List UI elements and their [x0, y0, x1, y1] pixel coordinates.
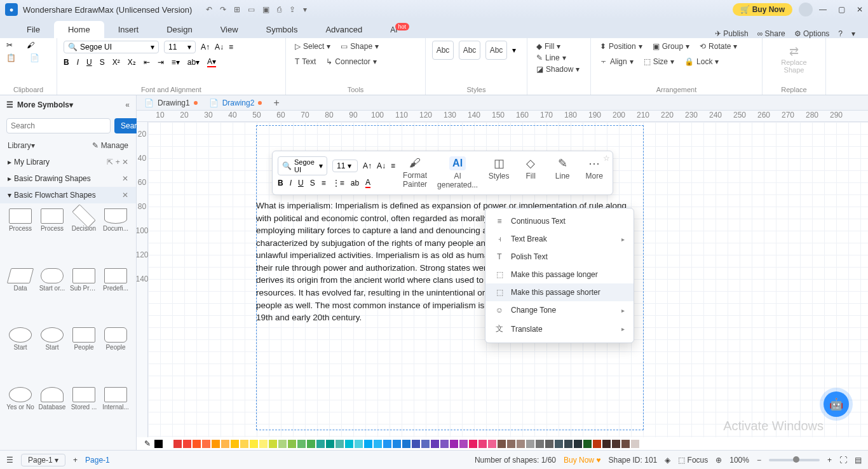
- color-swatch[interactable]: [469, 440, 477, 448]
- buy-now-button[interactable]: 🛒 Buy Now: [733, 3, 792, 16]
- float-bold-icon[interactable]: B: [278, 179, 283, 187]
- color-swatch[interactable]: [221, 440, 229, 448]
- color-swatch[interactable]: [459, 440, 468, 448]
- color-swatch[interactable]: [612, 440, 620, 448]
- shape-item[interactable]: Start: [37, 327, 67, 386]
- collapse-panel-icon[interactable]: «: [125, 100, 130, 109]
- color-swatch[interactable]: [288, 440, 296, 448]
- color-swatch[interactable]: [364, 440, 372, 448]
- color-swatch[interactable]: [440, 440, 449, 448]
- color-swatch[interactable]: [212, 440, 220, 448]
- menu-design[interactable]: Design: [153, 21, 206, 38]
- color-swatch[interactable]: [345, 440, 353, 448]
- page-tab[interactable]: Page-1: [85, 456, 110, 465]
- color-swatch[interactable]: [545, 440, 553, 448]
- line-button[interactable]: ✎ Line▾: [534, 52, 584, 64]
- shape-item[interactable]: Database: [37, 387, 67, 445]
- float-fontcolor-icon[interactable]: A: [365, 178, 370, 188]
- color-swatch[interactable]: [583, 440, 592, 448]
- color-swatch[interactable]: [154, 440, 163, 448]
- ctx-polish-text[interactable]: TPolish Text: [485, 248, 634, 266]
- color-swatch[interactable]: [231, 440, 239, 448]
- menu-advanced[interactable]: Advanced: [311, 21, 376, 38]
- doctab-drawing2[interactable]: 📄 Drawing2: [209, 99, 262, 107]
- text-button[interactable]: T Text: [292, 56, 318, 67]
- more-symbols-button[interactable]: More Symbols▾: [17, 100, 73, 109]
- superscript-icon[interactable]: X²: [112, 58, 120, 67]
- collapse-ribbon-icon[interactable]: ▾: [851, 29, 855, 38]
- avatar[interactable]: [799, 3, 813, 17]
- ctx-change-tone[interactable]: ☺Change Tone▸: [485, 301, 634, 319]
- color-swatch[interactable]: [564, 440, 573, 448]
- copy-icon[interactable]: 📋: [6, 53, 16, 62]
- font-size-select[interactable]: 11▾: [164, 41, 196, 53]
- italic-icon[interactable]: I: [77, 58, 79, 67]
- color-swatch[interactable]: [402, 440, 410, 448]
- zoom-slider[interactable]: [769, 459, 820, 461]
- minimize-icon[interactable]: —: [819, 5, 827, 14]
- lock-button[interactable]: 🔒 Lock▾: [682, 56, 721, 67]
- subscript-icon[interactable]: X₂: [128, 58, 136, 67]
- color-swatch[interactable]: [421, 440, 430, 448]
- status-buy-now[interactable]: Buy Now ♥: [564, 456, 601, 465]
- library-dropdown[interactable]: Library▾: [8, 141, 35, 150]
- search-input[interactable]: [6, 118, 111, 133]
- new-icon[interactable]: ⊞: [234, 5, 240, 14]
- page-select[interactable]: Page-1 ▾: [21, 454, 65, 466]
- color-swatch[interactable]: [488, 440, 496, 448]
- print-icon[interactable]: ⎙: [277, 5, 281, 14]
- color-swatch[interactable]: [183, 440, 191, 448]
- color-swatch[interactable]: [631, 440, 639, 448]
- float-ai-generated[interactable]: AIAI generated...: [433, 155, 482, 191]
- float-line[interactable]: ✎Line: [548, 155, 577, 182]
- shape-item[interactable]: People: [100, 327, 131, 386]
- menu-file[interactable]: File: [13, 21, 54, 38]
- bold-icon[interactable]: B: [64, 58, 69, 67]
- save-icon[interactable]: ▣: [262, 5, 269, 14]
- color-swatch[interactable]: [240, 440, 248, 448]
- color-swatch[interactable]: [164, 440, 172, 448]
- shape-item[interactable]: Process: [37, 208, 67, 267]
- color-swatch[interactable]: [517, 440, 525, 448]
- manage-button[interactable]: ✎ Manage: [92, 141, 128, 150]
- menu-insert[interactable]: Insert: [104, 21, 153, 38]
- color-swatch[interactable]: [536, 440, 544, 448]
- color-swatch[interactable]: [393, 440, 401, 448]
- bullets-icon[interactable]: ≡▾: [172, 58, 180, 67]
- float-numlist-icon[interactable]: ≡: [322, 179, 326, 187]
- color-swatch[interactable]: [593, 440, 601, 448]
- options-button[interactable]: ⚙ Options: [794, 29, 830, 38]
- ctx-continuous-text[interactable]: ≡Continuous Text: [485, 212, 634, 230]
- basic-flowchart-section[interactable]: ▾ Basic Flowchart Shapes✕: [0, 187, 136, 203]
- outdent-icon[interactable]: ⇥: [158, 58, 164, 67]
- doctab-drawing1[interactable]: 📄 Drawing1: [144, 99, 198, 107]
- help-icon[interactable]: ?: [838, 29, 843, 38]
- dropdown-icon[interactable]: ▾: [303, 5, 307, 14]
- my-library-section[interactable]: ▸ My Library⇱ + ✕: [0, 154, 136, 170]
- color-swatch[interactable]: [202, 440, 210, 448]
- color-swatch[interactable]: [450, 440, 458, 448]
- color-swatch[interactable]: [507, 440, 515, 448]
- position-button[interactable]: ⬍ Position▾: [597, 41, 645, 52]
- focus-button[interactable]: ⬚ Focus: [678, 456, 708, 465]
- float-inc-font-icon[interactable]: A↑: [363, 161, 372, 170]
- menu-view[interactable]: View: [207, 21, 252, 38]
- color-swatch[interactable]: [374, 440, 382, 448]
- shape-item[interactable]: Process: [5, 208, 36, 267]
- panel-icon[interactable]: ▤: [855, 456, 862, 465]
- select-button[interactable]: ▷ Select▾: [292, 41, 333, 52]
- group-button[interactable]: ▣ Group▾: [650, 41, 692, 52]
- color-swatch[interactable]: [355, 440, 363, 448]
- font-color-icon[interactable]: A▾: [207, 57, 216, 67]
- color-swatch[interactable]: [193, 440, 201, 448]
- ctx-text-break[interactable]: ⫞Text Break▸: [485, 230, 634, 248]
- shadow-button[interactable]: ◪ Shadow▾: [534, 64, 584, 75]
- float-size-select[interactable]: 11▾: [332, 160, 358, 172]
- menu-symbols[interactable]: Symbols: [252, 21, 312, 38]
- color-swatch[interactable]: [269, 440, 277, 448]
- float-font-select[interactable]: 🔍Segoe UI▾: [278, 156, 327, 175]
- menu-ai[interactable]: AIhot: [376, 21, 426, 38]
- color-swatch[interactable]: [297, 440, 306, 448]
- color-swatch[interactable]: [431, 440, 439, 448]
- color-swatch[interactable]: [278, 440, 287, 448]
